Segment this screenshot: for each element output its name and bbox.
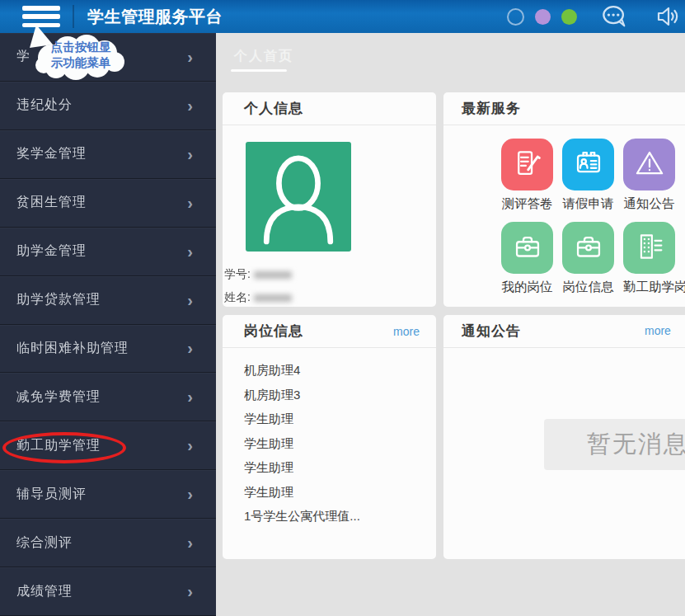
- chevron-right-icon: ›: [187, 340, 193, 356]
- chevron-right-icon: ›: [187, 97, 193, 114]
- chevron-right-icon: ›: [187, 146, 193, 162]
- service-job-info[interactable]: 岗位信息: [562, 222, 614, 296]
- empty-state-box: 暂无消息: [544, 419, 685, 470]
- tab-active-underline: [231, 69, 287, 72]
- sidebar-item-label: 减免学费管理: [16, 388, 101, 406]
- student-name-field: 姓名:: [224, 290, 292, 305]
- tutorial-tooltip-bubble: 点击按钮显 示功能菜单: [23, 25, 135, 82]
- status-circle-green[interactable]: [561, 9, 577, 25]
- sidebar-item-scholarship[interactable]: 奖学金管理 ›: [0, 130, 216, 179]
- speaker-icon[interactable]: [655, 6, 680, 27]
- job-list-item[interactable]: 学生助理: [244, 407, 420, 431]
- sidebar-item-comprehensive-eval[interactable]: 综合测评 ›: [0, 519, 216, 567]
- sidebar-item-discipline[interactable]: 违纪处分 ›: [0, 82, 216, 130]
- avatar: [246, 142, 351, 252]
- chevron-right-icon: ›: [187, 49, 193, 65]
- job-list-item[interactable]: 学生助理: [244, 431, 420, 456]
- job-list-item[interactable]: 1号学生公寓代理值...: [244, 504, 420, 529]
- sidebar-item-label: 贫困生管理: [16, 194, 87, 211]
- job-info-card: 岗位信息 more 机房助理4 机房助理3 学生助理 学生助理 学生助理 学生助…: [223, 315, 436, 559]
- job-list-item[interactable]: 机房助理4: [244, 358, 420, 383]
- personal-info-card: 个人信息 学号: 姓名:: [223, 92, 436, 307]
- jobs-more-link[interactable]: more: [393, 325, 420, 338]
- redacted-value: [254, 271, 292, 279]
- sidebar-item-label: 成绩管理: [16, 583, 73, 600]
- building-list-icon: [631, 228, 669, 269]
- status-circle-outline[interactable]: [507, 8, 524, 26]
- sidebar-item-counselor-eval[interactable]: 辅导员测评 ›: [0, 470, 216, 519]
- briefcase-icon: [509, 228, 547, 269]
- sidebar-item-label: 助学金管理: [16, 242, 87, 260]
- sidebar-item-label: 综合测评: [16, 534, 73, 552]
- no-messages-text: 暂无消息: [587, 428, 685, 461]
- chevron-right-icon: ›: [187, 388, 193, 405]
- service-notices[interactable]: 通知公告: [623, 139, 675, 213]
- sidebar-item-grant[interactable]: 助学金管理 ›: [0, 228, 216, 276]
- sidebar-item-poverty[interactable]: 贫困生管理 ›: [0, 179, 216, 228]
- job-list-item[interactable]: 学生助理: [244, 480, 420, 505]
- chat-icon[interactable]: [601, 4, 629, 29]
- survey-answer-icon: [509, 144, 547, 186]
- tooltip-text: 点击按钮显 示功能菜单: [35, 40, 127, 71]
- service-work-study-job[interactable]: 勤工助学岗位: [623, 222, 675, 296]
- warning-triangle-icon: [631, 144, 669, 186]
- chevron-right-icon: ›: [187, 486, 193, 502]
- card-title: 通知公告: [462, 322, 521, 341]
- sidebar-item-label: 辅导员测评: [16, 486, 87, 503]
- card-title: 最新服务: [462, 99, 521, 118]
- tab-personal-home[interactable]: 个人首页: [234, 48, 293, 65]
- service-leave-request[interactable]: 请假申请: [562, 139, 614, 213]
- chevron-right-icon: ›: [187, 243, 193, 260]
- sidebar-menu: 学 › 违纪处分 › 奖学金管理 › 贫困生管理 › 助学金管理 › 助学贷款管…: [0, 33, 216, 616]
- briefcase-icon: [570, 228, 608, 269]
- status-circle-purple[interactable]: [535, 9, 551, 25]
- service-survey[interactable]: 测评答卷: [501, 139, 553, 213]
- redacted-value: [254, 294, 292, 302]
- chevron-right-icon: ›: [187, 437, 193, 454]
- id-badge-icon: [570, 144, 608, 186]
- card-title: 岗位信息: [244, 322, 303, 341]
- student-id-field: 学号:: [224, 267, 292, 282]
- latest-services-card: 最新服务 测评答卷: [443, 92, 685, 307]
- job-list-item[interactable]: 学生助理: [244, 455, 420, 480]
- sidebar-item-label: 奖学金管理: [16, 145, 87, 162]
- sidebar-item-label: 违纪处分: [16, 96, 73, 114]
- sidebar-item-label: 勤工助学管理: [16, 437, 101, 454]
- sidebar-item-label: 助学贷款管理: [16, 291, 101, 308]
- sidebar-item-temp-subsidy[interactable]: 临时困难补助管理 ›: [0, 325, 216, 374]
- sidebar-item-tuition-waiver[interactable]: 减免学费管理 ›: [0, 373, 216, 421]
- chevron-right-icon: ›: [187, 583, 193, 600]
- notices-more-link[interactable]: more: [645, 324, 671, 337]
- chevron-right-icon: ›: [187, 534, 193, 551]
- notice-board-card: 通知公告 more 暂无消息: [443, 315, 685, 559]
- sidebar-item-loan[interactable]: 助学贷款管理 ›: [0, 276, 216, 325]
- sidebar-item-label: 临时困难补助管理: [16, 340, 129, 357]
- job-list-item[interactable]: 机房助理3: [244, 383, 420, 407]
- service-my-job[interactable]: 我的岗位: [501, 222, 553, 296]
- sidebar-item-work-study[interactable]: 勤工助学管理 ›: [0, 421, 216, 470]
- card-title: 个人信息: [244, 99, 303, 118]
- chevron-right-icon: ›: [187, 195, 193, 211]
- sidebar-item-grades[interactable]: 成绩管理 ›: [0, 567, 216, 616]
- chevron-right-icon: ›: [187, 292, 193, 308]
- main-content: 个人首页 个人信息 学号: 姓名: 最新服务: [216, 33, 685, 616]
